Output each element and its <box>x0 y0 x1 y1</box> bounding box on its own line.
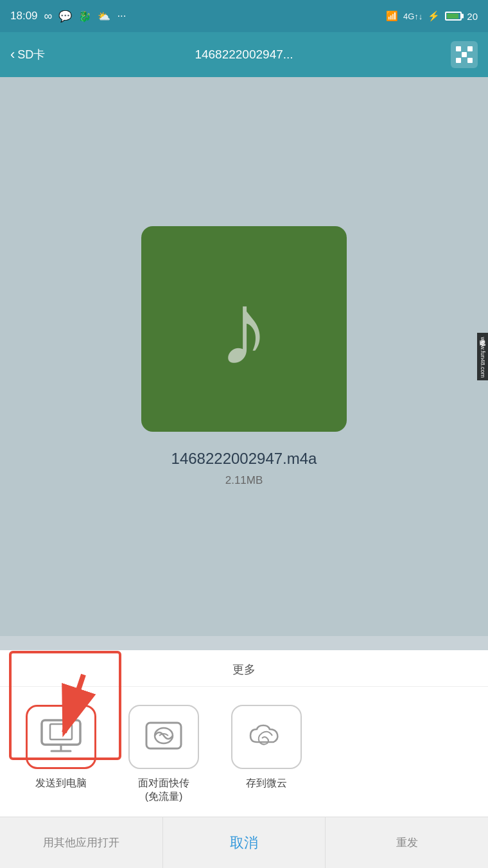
qr-icon <box>456 46 473 63</box>
qr-button[interactable] <box>451 41 478 68</box>
open-with-button[interactable]: 用其他应用打开 <box>0 817 163 868</box>
face-to-face-icon <box>141 718 186 756</box>
file-name: 1468222002947.m4a <box>171 450 317 468</box>
file-size: 2.11MB <box>225 474 263 487</box>
send-to-pc-label: 发送到电脑 <box>35 777 87 790</box>
svg-rect-1 <box>50 724 72 740</box>
app-icon: 🐉 <box>78 10 91 22</box>
open-with-label: 用其他应用打开 <box>43 835 119 850</box>
face-to-face-icon-box <box>128 705 199 769</box>
status-right: 📶 4G↑↓ ⚡ 20 <box>386 10 478 22</box>
save-to-weiyun-item[interactable]: 存到微云 <box>225 705 308 790</box>
sheet-icons-row: 发送到电脑 面对面快传(免流量) <box>0 687 488 817</box>
weather-icon: ⛅ <box>98 10 110 22</box>
nav-title: 1468222002947... <box>195 48 293 62</box>
resend-label: 重发 <box>396 835 418 850</box>
signal-icon: 4G↑↓ <box>403 12 423 21</box>
monitor-icon <box>39 718 83 756</box>
back-button[interactable]: ‹ SD卡 <box>10 46 45 63</box>
face-to-face-label: 面对面快传(免流量) <box>138 777 189 804</box>
infinity-icon: ∞ <box>44 10 53 23</box>
message-icon: 💬 <box>58 10 72 23</box>
status-bar: 18:09 ∞ 💬 🐉 ⛅ ··· 📶 4G↑↓ ⚡ 20 <box>0 0 488 32</box>
status-time: 18:09 <box>10 10 38 22</box>
send-to-pc-item[interactable]: 发送到电脑 <box>19 705 103 790</box>
face-to-face-item[interactable]: 面对面快传(免流量) <box>122 705 205 804</box>
weiyun-label: 存到微云 <box>246 777 287 790</box>
chevron-left-icon: ‹ <box>10 46 15 63</box>
main-content: ♪ 1468222002947.m4a 2.11MB 成语吧 www.fun48… <box>0 77 488 636</box>
battery-level: 20 <box>467 11 478 22</box>
bottom-sheet: 更多 发送到电脑 <box>0 650 488 868</box>
battery-icon <box>445 12 462 21</box>
dots-icon: ··· <box>117 10 126 22</box>
cancel-button[interactable]: 取消 <box>163 817 326 868</box>
bottom-actions: 用其他应用打开 取消 重发 <box>0 817 488 868</box>
resend-button[interactable]: 重发 <box>326 817 488 868</box>
lightning-icon: ⚡ <box>428 10 440 22</box>
wifi-icon: 📶 <box>386 10 398 22</box>
status-left: 18:09 ∞ 💬 🐉 ⛅ ··· <box>10 10 126 23</box>
sheet-header: 更多 <box>0 650 488 687</box>
music-note-icon: ♪ <box>218 278 270 380</box>
nav-bar: ‹ SD卡 1468222002947... <box>0 32 488 77</box>
back-label: SD卡 <box>17 47 45 62</box>
weiyun-icon <box>244 718 289 756</box>
music-file-icon: ♪ <box>141 226 347 432</box>
cancel-label: 取消 <box>230 833 258 853</box>
send-to-pc-icon-box <box>26 705 96 769</box>
weiyun-icon-box <box>231 705 302 769</box>
watermark-side: 成语吧 www.fun48.com <box>477 333 488 380</box>
